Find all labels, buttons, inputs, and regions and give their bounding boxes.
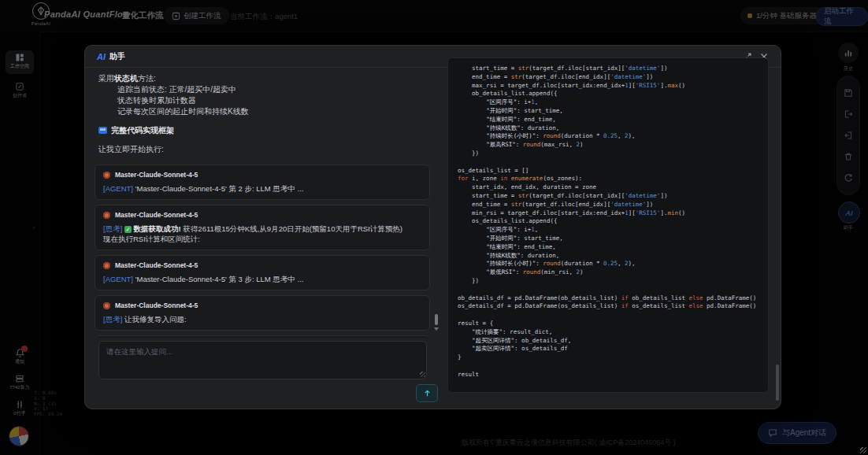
code-line: "区间序号": i+1, [458,226,759,235]
message-body: [思考] 让我修复导入问题: [103,314,421,324]
message-sender-row: Master-Claude-Sonnet-4-5 [103,301,421,309]
code-line: ob_details_df = pd.DataFrame(ob_details_… [458,294,759,303]
chat-input[interactable] [98,341,427,379]
message-sender-name: Master-Claude-Sonnet-4-5 [115,211,198,219]
text-segment: 状态转换时累加计数器 [117,96,196,105]
textarea-resize-grip[interactable] [420,372,425,377]
message-card: Master-Claude-Sonnet-4-5发送失败: network er… [95,335,430,338]
code-line: end_time = str(target_df.iloc[end_idx]['… [458,201,759,209]
message-sender-row: Master-Claude-Sonnet-4-5 [103,211,421,219]
assistant-text-line: 记录每次区间的起止时间和持续K线数 [98,106,430,117]
success-check-icon: ✓ [124,226,132,233]
code-line: "统计摘要": result_dict, [458,328,759,337]
message-card: Master-Claude-Sonnet-4-5[思考] 让我修复导入问题: [95,295,430,331]
text-segment: 'Master-Claude-Sonnet-4-5' 第 2 步: LLM 思考… [133,184,303,193]
code-scrollbar-thumb[interactable] [776,364,779,401]
code-line [458,311,759,320]
text-segment: 'Master-Claude-Sonnet-4-5' 第 3 步: LLM 思考… [133,275,303,283]
code-line: "结束时间": end_time, [458,116,759,124]
text-segment: 完整代码实现框架 [111,126,174,135]
code-panel: start_time = str(target_df.iloc[start_id… [447,57,769,393]
message-body: [AGENT] 'Master-Claude-Sonnet-4-5' 第 3 步… [103,274,421,284]
code-line: start_idx, end_idx, duration = zone [458,183,759,192]
message-sender-row: Master-Claude-Sonnet-4-5 [103,171,421,179]
code-line: "最低RSI": round(min_rsi, 2) [458,268,759,277]
chat-scrollbar-caret [434,327,439,331]
message-body: [AGENT] 'Master-Claude-Sonnet-4-5' 第 2 步… [103,183,421,194]
code-line: min_rsi = target_df.iloc[start_idx:end_i… [458,209,759,218]
code-line: end_time = str(target_df.iloc[end_idx]['… [458,73,759,82]
text-segment: [思考] [103,224,122,233]
assistant-text-line: 采用状态机方法: [98,73,430,84]
message-sender-name: Master-Claude-Sonnet-4-5 [115,261,198,269]
agent-avatar-dot [103,212,110,219]
message-sender-row: Master-Claude-Sonnet-4-5 [103,261,421,269]
code-line: os_details_list.append({ [458,217,759,226]
code-line: start_time = str(target_df.iloc[start_id… [458,192,759,201]
text-segment: 现在执行RSI计算和区间统计: [103,235,200,243]
code-line: result [458,371,759,379]
code-line: result = { [458,320,759,328]
send-arrow-icon [423,389,432,398]
code-line: os_details_df = pd.DataFrame(os_details_… [458,302,759,311]
code-line: "结束时间": end_time, [458,243,759,252]
chat-scrollbar-thumb[interactable] [435,314,438,325]
text-segment: 采用 [98,74,114,83]
code-line: } [458,353,759,362]
assistant-text-line: 状态转换时累加计数器 [98,95,430,106]
code-line [458,158,759,167]
code-line: max_rsi = target_df.iloc[start_idx:end_i… [458,82,759,91]
code-line: "超买区间详情": ob_details_df, [458,337,759,346]
text-segment: 状态机 [114,74,138,83]
assistant-intro-text: 采用状态机方法:追踪当前状态: 正常/超买中/超卖中状态转换时累加计数器记录每次… [93,70,432,155]
modal-title-ai: AI [97,52,106,61]
chat-message-list: 采用状态机方法:追踪当前状态: 正常/超买中/超卖中状态转换时累加计数器记录每次… [93,70,432,338]
code-line [458,362,759,371]
message-card: Master-Claude-Sonnet-4-5[AGENT] 'Master-… [95,165,430,200]
text-segment: 记录每次区间的起止时间和持续K线数 [117,107,249,116]
assistant-text-line: 让我立即开始执行: [98,144,430,155]
code-file-icon [98,127,107,134]
app-root: PandaAI PandaAI QuantFlow | 量化工作流 创建工作流 … [0,0,868,455]
text-segment: [思考] [103,315,122,324]
code-line: "开始时间": start_time, [458,107,759,116]
assistant-text-line: 追踪当前状态: 正常/超买中/超卖中 [98,84,430,95]
modal-title: 助手 [109,51,125,62]
text-segment: 让我立即开始执行: [98,145,164,154]
code-line: }) [458,150,759,158]
code-line: ob_details_list.append({ [458,90,759,98]
code-line: os_details_list = [] [458,167,759,176]
text-segment: 追踪当前状态: 正常/超买中/超卖中 [117,85,236,94]
agent-avatar-dot [103,172,110,179]
code-line: "超卖区间详情": os_details_df [458,345,759,353]
message-sender-name: Master-Claude-Sonnet-4-5 [115,301,198,309]
message-card: Master-Claude-Sonnet-4-5[AGENT] 'Master-… [95,255,430,290]
agent-avatar-dot [103,262,110,269]
code-line: "持续时长(小时)": round(duration * 0.25, 2), [458,132,759,141]
assistant-text-line: 完整代码实现框架 [98,125,430,136]
message-body: [思考] ✓ 数据获取成功! 获得2611根15分钟K线,从9月20日开始(预留… [103,224,421,244]
code-line: for i, zone in enumerate(os_zones): [458,175,759,183]
text-segment: 让我修复导入问题: [122,315,186,324]
code-line: "开始时间": start_time, [458,235,759,243]
text-segment: 数据获取成功! [134,224,181,233]
text-segment: 获得2611根15分钟K线,从9月20日开始(预留10天用于RSI计算预热) [181,224,402,233]
code-line [458,286,759,294]
message-card: Master-Claude-Sonnet-4-5[思考] ✓ 数据获取成功! 获… [95,205,430,250]
code-line: "持续K线数": duration, [458,252,759,261]
text-segment: [AGENT] [103,275,133,283]
send-button[interactable] [416,384,438,402]
text-segment: 方法: [138,74,156,83]
message-sender-name: Master-Claude-Sonnet-4-5 [115,171,198,179]
code-line: }) [458,277,759,286]
ai-assistant-modal: AI 助手 采用状态机方法:追踪当前状态: 正常/超买中/超卖中状态转换时累加计… [84,45,781,409]
code-line: "区间序号": i+1, [458,98,759,107]
code-line: start_time = str(target_df.iloc[start_id… [458,65,759,73]
code-line: "持续K线数": duration, [458,124,759,133]
agent-avatar-dot [103,302,110,309]
text-segment: [AGENT] [103,184,133,193]
code-line: "最高RSI": round(max_rsi, 2) [458,141,759,150]
code-line: "持续时长(小时)": round(duration * 0.25, 2), [458,260,759,268]
